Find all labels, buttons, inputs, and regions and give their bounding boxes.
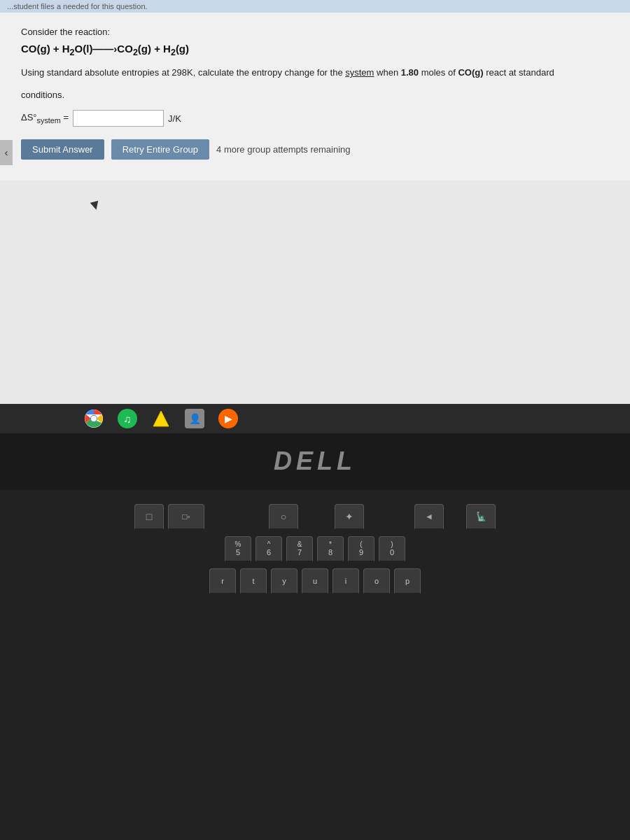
key-o[interactable]: o	[363, 568, 390, 595]
media-player-icon[interactable]: ▶	[218, 409, 238, 428]
retry-entire-group-button[interactable]: Retry Entire Group	[111, 139, 209, 160]
key-back[interactable]: ◄	[414, 504, 444, 531]
key-rparen-0[interactable]: ) 0	[379, 536, 405, 563]
submit-answer-button[interactable]: Submit Answer	[21, 139, 104, 160]
key-t[interactable]: t	[240, 568, 267, 595]
svg-marker-3	[153, 411, 169, 426]
keyboard-letter-row: r t y u i o p	[21, 568, 609, 595]
top-banner: ...student files a needed for this quest…	[0, 0, 630, 13]
key-circle[interactable]: ○	[269, 504, 298, 531]
chrome-icon[interactable]	[84, 409, 104, 428]
laptop-screen: ...student files a needed for this quest…	[0, 0, 630, 434]
key-y[interactable]: y	[271, 568, 298, 595]
key-percent-5[interactable]: % 5	[225, 536, 251, 563]
key-sun[interactable]: ✦	[335, 504, 364, 531]
buttons-row: Submit Answer Retry Entire Group 4 more …	[21, 139, 609, 160]
key-u[interactable]: u	[302, 568, 328, 595]
key-amp-7[interactable]: & 7	[286, 536, 313, 563]
entropy-input[interactable]	[73, 110, 164, 127]
reaction-equation: CO(g) + H2O(l)——›CO2(g) + H2(g)	[21, 43, 609, 57]
key-double-square[interactable]: □▫	[168, 504, 204, 531]
entropy-label: ΔS°system =	[21, 112, 69, 125]
user-profile-icon[interactable]: 👤	[185, 409, 204, 428]
left-navigation-arrow[interactable]: ‹	[0, 140, 13, 165]
keyboard-fn-row: □ □▫ ○ ✦ ◄ 🗽	[21, 504, 609, 531]
key-i[interactable]: i	[332, 568, 359, 595]
key-empty-square[interactable]: □	[134, 504, 164, 531]
dell-logo-area: DELL	[0, 433, 630, 489]
consider-label: Consider the reaction:	[21, 27, 609, 37]
empty-content-area	[0, 181, 630, 377]
key-volume[interactable]: 🗽	[466, 504, 496, 531]
triangle-app-icon[interactable]	[151, 409, 171, 428]
key-lparen-9[interactable]: ( 9	[348, 536, 374, 563]
conditions-text: conditions.	[21, 88, 609, 102]
key-star-8[interactable]: * 8	[317, 536, 344, 563]
key-p[interactable]: p	[394, 568, 421, 595]
key-r[interactable]: r	[209, 568, 236, 595]
attempts-remaining-text: 4 more group attempts remaining	[216, 144, 350, 155]
content-area: Consider the reaction: CO(g) + H2O(l)——›…	[0, 13, 630, 181]
svg-point-2	[91, 416, 97, 421]
keyboard-area: □ □▫ ○ ✦ ◄ 🗽 % 5 ^ 6 &	[0, 490, 630, 840]
entropy-unit: J/K	[168, 113, 181, 124]
mouse-cursor	[90, 201, 101, 211]
dell-logo: DELL	[274, 447, 356, 476]
description-text: Using standard absolute entropies at 298…	[21, 66, 609, 80]
taskbar: ♫ 👤 ▶	[0, 404, 630, 433]
spotify-icon[interactable]: ♫	[118, 409, 137, 428]
keyboard-number-row: % 5 ^ 6 & 7 * 8 ( 9 ) 0	[21, 536, 609, 563]
entropy-row: ΔS°system = J/K	[21, 110, 609, 127]
key-caret-6[interactable]: ^ 6	[255, 536, 282, 563]
